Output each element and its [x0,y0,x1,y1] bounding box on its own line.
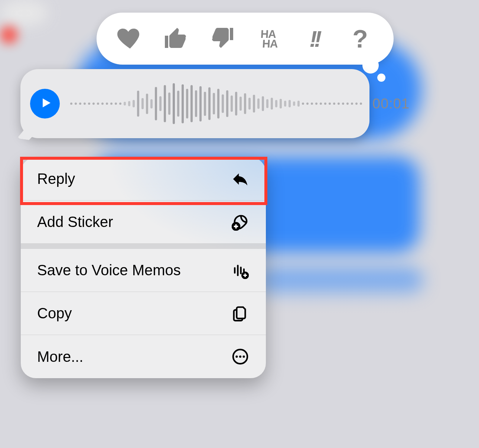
svg-point-8 [239,356,241,358]
voice-message-bubble[interactable]: 00:01 [20,69,369,138]
tapback-bar: HA HA !! ? [97,13,394,65]
background-blur [0,0,48,26]
more-icon [231,347,250,366]
sticker-icon [231,213,250,231]
audio-duration: 00:01 [372,96,410,112]
reaction-haha[interactable]: HA HA [251,22,285,55]
reaction-heart[interactable] [113,22,147,55]
menu-item-label: Copy [37,305,72,322]
reaction-thumbs-up[interactable] [159,22,193,55]
thumbs-up-icon [163,25,189,53]
heart-icon [117,25,143,53]
menu-item-label: Reply [37,171,75,187]
svg-point-7 [235,356,238,358]
reaction-thumbs-down[interactable] [205,22,239,55]
voicememo-icon [231,261,250,280]
menu-item-reply[interactable]: Reply [21,158,266,201]
audio-waveform [70,81,362,126]
menu-item-more[interactable]: More... [21,335,266,378]
menu-separator [21,244,266,249]
background-blur [0,26,18,44]
haha-icon: HA HA [258,29,278,48]
menu-item-label: Add Sticker [37,214,113,230]
question-icon: ? [352,24,368,53]
play-icon [37,96,53,111]
play-button[interactable] [30,89,60,119]
svg-point-9 [243,356,245,358]
menu-item-label: More... [37,348,83,365]
reaction-question[interactable]: ? [343,22,377,55]
menu-item-save-voice-memos[interactable]: Save to Voice Memos [21,249,266,292]
tapback-tail [377,74,385,82]
reaction-emphasize[interactable]: !! [297,22,331,55]
background-bubble [256,267,423,293]
context-menu: Reply Add Sticker Save to Voice Memos [21,158,266,378]
menu-item-add-sticker[interactable]: Add Sticker [21,201,266,244]
menu-item-label: Save to Voice Memos [37,262,181,279]
thumbs-down-icon [209,25,235,53]
menu-item-copy[interactable]: Copy [21,292,266,335]
bubble-tail [17,121,36,141]
tapback-tail [362,57,379,74]
copy-icon [231,304,250,323]
exclamation-icon: !! [309,26,319,52]
reply-icon [231,170,250,188]
